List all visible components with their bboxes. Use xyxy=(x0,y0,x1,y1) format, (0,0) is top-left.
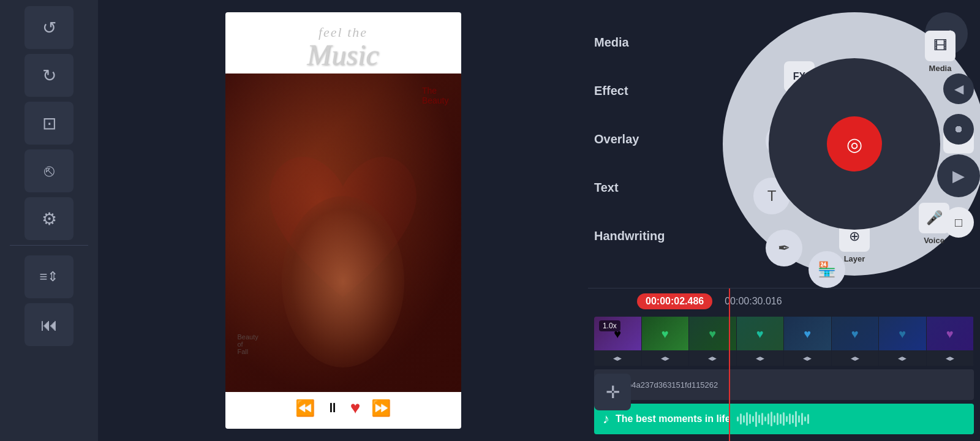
heart-thumb-icon-4: ♥ xyxy=(756,326,764,341)
settings-button[interactable]: ⚙ xyxy=(24,197,74,240)
thumb-ctrl-6: ◀▶ xyxy=(851,355,859,361)
timeline-area: 00:00:02.486 00:00:30.016 1.0x ♥ ◀▶ xyxy=(588,288,980,441)
handwriting-button[interactable]: ✒ xyxy=(766,230,802,266)
right-panel: ↩ Media Effect Overlay Text Handwriting xyxy=(588,0,980,441)
camera-shutter-icon: ◎ xyxy=(846,134,862,155)
wave-bar xyxy=(774,415,775,423)
wave-bar xyxy=(777,413,778,425)
wave-bar xyxy=(743,415,745,423)
radial-item-media[interactable]: 🎞 Media xyxy=(925,31,956,73)
wave-bar xyxy=(752,416,754,422)
undo-icon: ↺ xyxy=(42,18,56,38)
redo-icon: ↻ xyxy=(42,66,56,86)
rewind-button[interactable]: ⏪ xyxy=(295,399,315,418)
menu-label-text[interactable]: Text xyxy=(594,164,665,212)
preview-title: feel the Music xyxy=(307,24,379,70)
heart-thumb-icon-5: ♥ xyxy=(804,326,811,341)
heart-thumb-icon-7: ♥ xyxy=(899,326,906,341)
wave-bar xyxy=(786,416,788,422)
main-preview: feel the Music TheBeauty BeautyofFall ⏪ … xyxy=(98,0,588,441)
menu-label-handwriting[interactable]: Handwriting xyxy=(594,212,665,260)
store-icon: 🏪 xyxy=(818,261,836,278)
text-icon: T xyxy=(767,187,777,205)
play-button[interactable]: ▶ xyxy=(937,154,980,197)
reset-button[interactable]: ⏮ xyxy=(24,303,74,346)
square-icon: □ xyxy=(955,216,962,230)
record-button[interactable]: ⏺ xyxy=(943,114,974,145)
thumbnail-5[interactable]: ♥ ◀▶ xyxy=(784,317,832,366)
sidebar-bottom: ≡⇕ ⏮ xyxy=(0,255,98,346)
thumb-ctrl-1: ◀▶ xyxy=(613,355,622,361)
settings-icon: ⚙ xyxy=(42,209,57,229)
share-button[interactable]: ⎋ xyxy=(24,149,74,192)
right-side-controls: ◀ ⏺ ▶ □ xyxy=(937,74,980,238)
thumbnail-4[interactable]: ♥ ◀▶ xyxy=(737,317,785,366)
wave-bar xyxy=(780,414,782,424)
image-track-label: b5fb4a237d363151fd115262 xyxy=(616,380,718,390)
left-sidebar: ↺ ↻ ⊡ ⎋ ⚙ ≡⇕ ⏮ xyxy=(0,0,98,441)
music-track[interactable]: ♪ The best moments in life xyxy=(594,404,974,434)
radial-area: Media Effect Overlay Text Handwriting xyxy=(588,0,980,288)
menu-labels: Media Effect Overlay Text Handwriting xyxy=(594,18,665,260)
heart-thumb-icon-8: ♥ xyxy=(946,326,954,341)
thumb-bottom-5: ◀▶ xyxy=(784,350,831,366)
video-track[interactable]: 1.0x ♥ ◀▶ ♥ xyxy=(594,317,974,366)
add-track-button[interactable]: ✛ xyxy=(594,374,631,410)
adjust-icon: ≡⇕ xyxy=(40,269,59,285)
music-note-icon: ♪ xyxy=(603,411,609,427)
share-icon: ⎋ xyxy=(44,161,55,181)
thumbnail-6[interactable]: ♥ ◀▶ xyxy=(832,317,880,366)
white-square-button[interactable]: □ xyxy=(943,207,974,238)
sidebar-top: ↺ ↻ ⊡ ⎋ ⚙ xyxy=(0,6,98,240)
thumb-ctrl-7: ◀▶ xyxy=(898,355,907,361)
timeline-tracks: 1.0x ♥ ◀▶ ♥ xyxy=(594,314,974,437)
wave-bar xyxy=(792,415,794,423)
undo-button[interactable]: ↺ xyxy=(24,6,74,49)
adjust-button[interactable]: ≡⇕ xyxy=(24,255,74,298)
arrow-left-button[interactable]: ◀ xyxy=(943,74,974,104)
thumbnail-2[interactable]: ♥ ◀▶ xyxy=(642,317,690,366)
forward-button[interactable]: ⏩ xyxy=(371,399,391,418)
heart-thumb-icon-3: ♥ xyxy=(709,326,716,341)
wave-bar xyxy=(798,415,800,423)
thumb-ctrl-8: ◀▶ xyxy=(946,355,954,361)
wave-bar xyxy=(771,412,772,426)
image-track[interactable]: 🖼 b5fb4a237d363151fd115262 xyxy=(594,369,974,400)
plus-icon: ✛ xyxy=(606,382,620,402)
record-icon: ⏺ xyxy=(954,124,963,135)
menu-label-media[interactable]: Media xyxy=(594,18,665,67)
crop-button[interactable]: ⊡ xyxy=(24,102,74,145)
thumb-ctrl-5: ◀▶ xyxy=(803,355,812,361)
menu-label-overlay[interactable]: Overlay xyxy=(594,115,665,164)
menu-label-effect[interactable]: Effect xyxy=(594,67,665,115)
thumbnail-7[interactable]: ♥ ◀▶ xyxy=(879,317,927,366)
music-text: Music xyxy=(307,40,379,70)
video-thumbnails: ♥ ◀▶ ♥ ◀▶ xyxy=(594,317,974,366)
wave-bar xyxy=(783,412,785,426)
seasonal-text: BeautyofFall xyxy=(238,333,258,355)
total-time: 00:00:30.016 xyxy=(725,296,782,307)
thumbnail-8[interactable]: ♥ ◀▶ xyxy=(927,317,974,366)
center-camera-button[interactable]: ◎ xyxy=(827,116,882,172)
wave-bar xyxy=(764,417,766,421)
redo-button[interactable]: ↻ xyxy=(24,54,74,97)
speed-badge: 1.0x xyxy=(599,320,620,331)
wave-bar xyxy=(795,411,797,427)
preview-card: feel the Music TheBeauty BeautyofFall ⏪ … xyxy=(225,12,461,429)
wave-bar xyxy=(801,413,803,425)
play-icon: ▶ xyxy=(952,167,965,186)
timeline-cursor xyxy=(729,288,730,441)
preview-controls: ⏪ ⏸ ♥ ⏩ xyxy=(295,398,391,418)
pause-button[interactable]: ⏸ xyxy=(326,400,339,416)
wave-bar xyxy=(740,413,742,424)
thumb-bottom-1: ◀▶ xyxy=(594,350,641,366)
wave-bar xyxy=(789,413,791,424)
heart-button[interactable]: ♥ xyxy=(350,398,361,418)
wave-bar xyxy=(761,413,763,425)
music-track-label: The best moments in life xyxy=(616,413,731,424)
pen-icon: ✒ xyxy=(778,239,790,257)
thumb-bottom-2: ◀▶ xyxy=(642,350,689,366)
store-button[interactable]: 🏪 xyxy=(809,251,845,288)
timeline-header: 00:00:02.486 00:00:30.016 xyxy=(594,288,974,314)
media-icon: 🎞 xyxy=(925,31,956,61)
